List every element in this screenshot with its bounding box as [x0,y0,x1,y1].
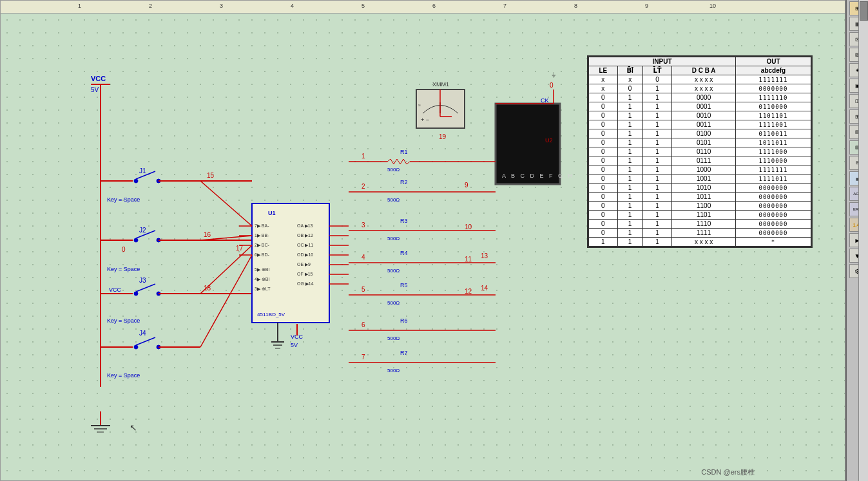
svg-line-82 [394,159,397,164]
svg-text:500Ω: 500Ω [387,236,400,241]
table-row: 01111100000000 [589,220,811,229]
table-row: 01110001111111 [589,165,811,174]
svg-line-38 [136,337,155,345]
svg-text:6▶ BD-: 6▶ BD- [255,252,270,257]
svg-line-83 [397,159,400,164]
svg-text:R3: R3 [400,218,408,224]
svg-text:+ −: + − [421,117,429,123]
table-row: 01111010000000 [589,211,811,220]
svg-text:500Ω: 500Ω [387,368,400,373]
svg-text:500Ω: 500Ω [387,167,400,173]
svg-text:R4: R4 [400,250,408,256]
svg-text:7: 7 [362,354,365,361]
svg-text:5: 5 [362,286,365,293]
svg-line-85 [403,159,407,164]
svg-text:10: 10 [465,223,472,231]
truth-table-input-header: INPUT [589,57,736,66]
table-row: 01110011111011 [589,174,811,184]
svg-point-28 [134,292,138,296]
svg-text:OC ▶11: OC ▶11 [297,243,313,247]
truth-table-body: xx0x x x x1111111x01x x x x0000000011000… [589,75,811,247]
svg-line-86 [407,162,410,164]
ruler-mark-5: 5 [362,3,365,9]
svg-text:↖: ↖ [130,422,137,433]
table-row: 01110110000000 [589,193,811,202]
table-row: 111x x x x* [589,238,811,247]
truth-table-col-le: LE [589,66,618,75]
ruler-mark-9: 9 [645,3,648,9]
svg-text:2: 2 [362,183,365,190]
svg-text:Key = Space: Key = Space [107,372,140,379]
svg-text:7▶ BA-: 7▶ BA- [255,223,269,228]
svg-rect-46 [252,203,329,323]
vertical-scrollbar[interactable] [858,0,868,481]
svg-text:12: 12 [465,288,472,295]
truth-table-output-header: OUT [736,57,811,66]
schematic-svg: VCC 5V J1 Key = Space 15 J2 0 Key [1,14,581,477]
svg-text:OF ▶15: OF ▶15 [297,272,313,276]
table-row: 01101111110000 [589,156,811,165]
truth-table: INPUT OUT LE B̄Ī L̄T̄ D C B A abcdefg xx… [587,55,813,248]
svg-text:⏚: ⏚ [552,70,556,78]
truth-table-col-out: abcdefg [736,66,811,75]
table-row: 01100101101101 [589,111,811,120]
svg-line-81 [391,159,394,164]
watermark: CSDN @ers腰椎 [701,467,755,477]
svg-point-16 [134,238,138,242]
svg-text:0: 0 [550,82,554,89]
svg-text:4▶ ⊕BI: 4▶ ⊕BI [255,277,270,281]
svg-text:J1: J1 [139,167,146,174]
svg-text:6: 6 [362,321,365,328]
svg-line-77 [200,255,252,347]
svg-text:CK: CK [541,97,549,104]
svg-text:500Ω: 500Ω [387,268,400,274]
main-container: 1 2 3 4 5 6 7 8 9 10 VCC 5V J1 [0,0,868,481]
svg-text:R1: R1 [400,149,408,155]
table-row: 01110100000000 [589,184,811,193]
svg-text:4: 4 [362,254,365,261]
svg-text:13: 13 [481,252,488,259]
table-row: 01100001111110 [589,93,811,102]
scrollbar-thumb[interactable] [860,1,868,21]
svg-text:11: 11 [465,256,472,263]
ruler-mark-4: 4 [291,3,294,9]
svg-text:R7: R7 [400,350,408,356]
svg-line-74 [200,181,252,226]
svg-text:OE ▶9: OE ▶9 [297,262,311,267]
ruler-mark-10: 10 [709,3,716,9]
svg-text:16: 16 [204,231,211,238]
table-row: x01x x x x0000000 [589,84,811,93]
svg-text:0: 0 [122,246,126,253]
svg-text:R5: R5 [400,282,408,288]
schematic-area[interactable]: 1 2 3 4 5 6 7 8 9 10 VCC 5V J1 [0,0,845,481]
table-row: 01100111111001 [589,120,811,129]
table-row: 01101101111000 [589,147,811,156]
ruler-mark-1: 1 [78,3,81,9]
table-row: xx0x x x x1111111 [589,75,811,84]
svg-text:18: 18 [204,285,211,292]
svg-text:U2: U2 [545,137,553,144]
svg-point-7 [134,179,138,183]
svg-text:1: 1 [362,153,365,160]
table-row: 01111000000000 [589,202,811,211]
svg-text:VCC: VCC [109,287,122,293]
svg-text:R2: R2 [400,179,408,185]
ruler-mark-3: 3 [220,3,223,9]
ruler-mark-7: 7 [503,3,506,9]
svg-line-80 [387,159,391,162]
svg-text:14: 14 [481,285,488,292]
svg-text:4511BD_5V: 4511BD_5V [257,312,285,317]
svg-text:1▶ BB-: 1▶ BB- [255,233,269,238]
right-toolbar: ⊞ ▦ ⊡ ▧ ◈ ▣ ◫ ⊞ ▤ ▥ ⊟ ▦ AGS ERG 1.4v ► ▼… [845,0,868,481]
ruler-mark-6: 6 [432,3,436,9]
svg-text:≈: ≈ [418,103,421,108]
svg-text:A B C D E F G H: A B C D E F G H [502,173,574,179]
top-ruler: 1 2 3 4 5 6 7 8 9 10 [1,1,845,14]
svg-text:U1: U1 [268,210,276,216]
svg-text:500Ω: 500Ω [387,335,400,341]
svg-text:Key = Space: Key = Space [107,266,140,272]
svg-point-37 [134,345,138,349]
svg-text:9: 9 [465,182,468,189]
svg-text:19: 19 [439,133,447,140]
svg-line-84 [400,159,403,164]
